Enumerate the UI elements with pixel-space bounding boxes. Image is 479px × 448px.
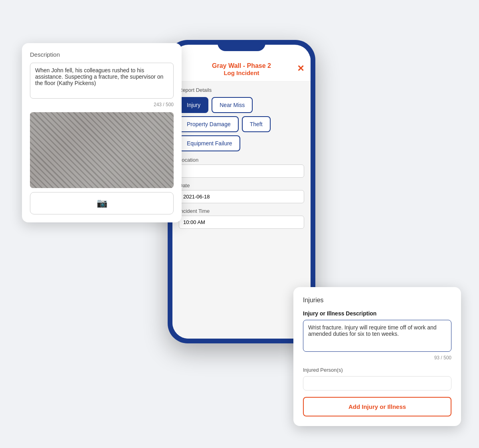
phone-inner: Gray Wall - Phase 2 Log Incident ✕ Repor…: [172, 45, 311, 339]
location-input[interactable]: [179, 165, 304, 178]
type-btn-equipment-failure[interactable]: Equipment Failure: [179, 135, 240, 151]
incident-time-label: Incident Time: [179, 208, 304, 214]
date-label: Date: [179, 182, 304, 188]
date-input[interactable]: [179, 190, 304, 203]
phone-screen: Gray Wall - Phase 2 Log Incident ✕ Repor…: [172, 56, 311, 339]
injured-persons-field[interactable]: [303, 376, 451, 391]
screen-header: Gray Wall - Phase 2 Log Incident ✕: [172, 56, 311, 81]
injury-char-count: 93 / 500: [303, 355, 451, 361]
incident-time-field: Incident Time: [179, 208, 304, 229]
screen-subtitle: Log Incident: [180, 69, 303, 76]
injuries-card-title: Injuries: [303, 297, 451, 304]
type-btn-near-miss[interactable]: Near Miss: [212, 97, 253, 113]
type-btn-property-damage[interactable]: Property Damage: [179, 116, 239, 132]
project-title: Gray Wall - Phase 2: [180, 62, 303, 69]
description-char-count: 243 / 500: [30, 102, 174, 107]
screen-content: Report Details Injury Near Miss Property…: [172, 81, 311, 332]
incident-time-input[interactable]: [179, 216, 304, 229]
photo-preview: [30, 112, 174, 188]
phone-notch: [218, 40, 265, 51]
boot-image: [30, 112, 174, 188]
camera-button[interactable]: 📷: [30, 192, 174, 214]
close-button[interactable]: ✕: [297, 63, 304, 74]
incident-types: Injury Near Miss Property Damage Theft E: [179, 97, 304, 151]
location-label: Location: [179, 157, 304, 163]
injury-description-textarea[interactable]: [303, 320, 451, 352]
injured-persons-label: Injured Person(s): [303, 367, 451, 373]
location-field: Location: [179, 157, 304, 178]
description-card-title: Description: [30, 51, 174, 58]
type-btn-theft[interactable]: Theft: [242, 116, 271, 132]
injuries-card: Injuries Injury or Illness Description 9…: [293, 287, 461, 426]
description-card: Description 243 / 500 📷: [22, 43, 182, 222]
report-details-label: Report Details: [179, 87, 304, 93]
type-btn-injury[interactable]: Injury: [179, 97, 208, 113]
date-field: Date: [179, 182, 304, 203]
injury-description-label: Injury or Illness Description: [303, 310, 451, 317]
scene: Description 243 / 500 📷 Gray Wall - Phas…: [0, 0, 479, 448]
camera-icon: 📷: [97, 198, 107, 208]
description-textarea[interactable]: [30, 63, 174, 99]
add-injury-button[interactable]: Add Injury or Illness: [303, 397, 451, 416]
